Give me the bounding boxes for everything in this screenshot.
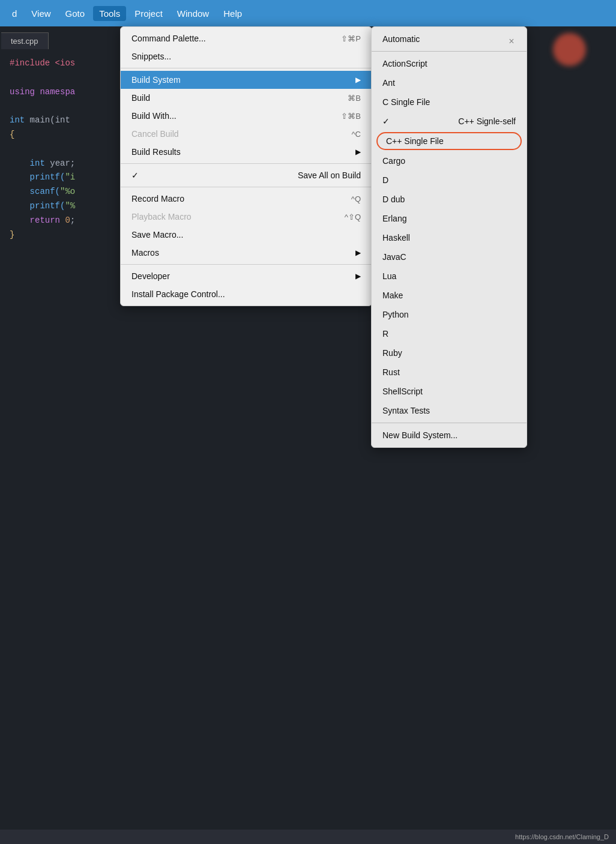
build-system-lua[interactable]: Lua xyxy=(372,267,527,286)
build-system-c-single-file[interactable]: C Single File xyxy=(372,92,527,112)
menu-cancel-build[interactable]: Cancel Build ^C xyxy=(121,125,372,143)
menu-item-label: C++ Signle-self xyxy=(458,116,516,126)
submenu-arrow-icon: ▶ xyxy=(355,148,361,156)
build-system-d-dub[interactable]: D dub xyxy=(372,190,527,209)
code-token xyxy=(10,170,30,185)
menu-developer[interactable]: Developer ▶ xyxy=(121,267,372,285)
editor-tab[interactable]: test.cpp xyxy=(1,32,49,49)
build-system-syntax-tests[interactable]: Syntax Tests xyxy=(372,401,527,420)
menu-build[interactable]: Build ⌘B xyxy=(121,89,372,107)
build-system-actionscript[interactable]: ActionScript xyxy=(372,54,527,73)
menu-playback-macro[interactable]: Playback Macro ^⇧Q xyxy=(121,208,372,226)
menu-save-all-on-build[interactable]: ✓ Save All on Build xyxy=(121,166,372,184)
code-token: printf( xyxy=(30,199,65,214)
menu-save-macro[interactable]: Save Macro... xyxy=(121,226,372,244)
tools-menu: Command Palette... ⇧⌘P Snippets... Build… xyxy=(120,26,372,306)
menu-command-palette[interactable]: Command Palette... ⇧⌘P xyxy=(121,29,372,47)
menu-item-label: C Single File xyxy=(382,97,430,107)
menu-item-view[interactable]: View xyxy=(25,6,56,21)
menu-item-window[interactable]: Window xyxy=(171,6,215,21)
menu-build-system[interactable]: Build System ▶ xyxy=(121,71,372,89)
menu-item-label: ActionScript xyxy=(382,59,427,68)
build-system-rust[interactable]: Rust xyxy=(372,363,527,382)
code-token xyxy=(10,157,30,171)
menu-item-label: Build Results xyxy=(131,147,181,157)
build-system-shellscript[interactable]: ShellScript xyxy=(372,382,527,401)
menu-separator-2 xyxy=(121,163,372,164)
menu-item-label: Command Palette... xyxy=(131,34,206,43)
code-token: int xyxy=(10,113,25,128)
build-system-d[interactable]: D xyxy=(372,170,527,190)
build-separator-2 xyxy=(372,423,527,423)
code-token: main(int xyxy=(25,113,80,128)
menu-item-label: Playback Macro xyxy=(131,212,192,222)
code-token xyxy=(60,214,65,228)
menu-item-label: Record Macro xyxy=(131,194,184,203)
menu-item-shortcut: ⌘B xyxy=(348,94,361,103)
menu-item-label: Rust xyxy=(382,367,400,377)
build-system-cargo[interactable]: Cargo xyxy=(372,151,527,170)
menu-build-with[interactable]: Build With... ⇧⌘B xyxy=(121,107,372,125)
code-token xyxy=(10,199,30,214)
menu-install-package-control[interactable]: Install Package Control... xyxy=(121,285,372,303)
menu-item-label: Build With... xyxy=(131,111,177,121)
menu-item-label: Haskell xyxy=(382,233,410,243)
menu-item-label: Save Macro... xyxy=(131,230,183,240)
build-separator-1 xyxy=(372,51,527,52)
menu-item-label: Syntax Tests xyxy=(382,406,430,415)
code-token: } xyxy=(10,228,14,243)
build-system-cpp-signle-self[interactable]: ✓ C++ Signle-self xyxy=(372,112,527,131)
submenu-arrow-icon: ▶ xyxy=(355,76,361,84)
menu-item-label: Cargo xyxy=(382,156,405,166)
build-system-new[interactable]: New Build System... xyxy=(372,426,527,445)
menu-item-label: D xyxy=(382,175,388,185)
menu-separator-4 xyxy=(121,264,372,265)
code-token: return xyxy=(30,214,60,228)
menu-macros[interactable]: Macros ▶ xyxy=(121,244,372,262)
submenu-arrow-icon: ▶ xyxy=(355,272,361,280)
menu-item-label: Make xyxy=(382,291,403,300)
menu-item-label: Build System xyxy=(131,75,181,85)
menu-item-d[interactable]: d xyxy=(6,6,23,21)
build-system-make[interactable]: Make xyxy=(372,286,527,305)
code-token: scanf( xyxy=(30,185,60,199)
menu-item-label: Ruby xyxy=(382,348,402,358)
close-button[interactable]: × xyxy=(503,33,520,50)
menu-record-macro[interactable]: Record Macro ^Q xyxy=(121,190,372,208)
menu-item-shortcut: ⇧⌘B xyxy=(341,112,361,121)
menu-item-label: Lua xyxy=(382,271,396,281)
build-system-r[interactable]: R xyxy=(372,324,527,343)
menu-item-tools[interactable]: Tools xyxy=(93,6,126,21)
menu-item-project[interactable]: Project xyxy=(128,6,169,21)
menu-item-shortcut: ⇧⌘P xyxy=(341,34,361,43)
build-system-erlang[interactable]: Erlang xyxy=(372,209,527,228)
menu-item-help[interactable]: Help xyxy=(217,6,248,21)
menu-item-goto[interactable]: Goto xyxy=(59,6,91,21)
build-system-ruby[interactable]: Ruby xyxy=(372,343,527,363)
menu-item-label: Build xyxy=(131,93,150,103)
build-system-submenu: Automatic ActionScript Ant C Single File… xyxy=(371,26,527,448)
build-system-javac[interactable]: JavaC xyxy=(372,247,527,267)
status-bar: https://blog.csdn.net/Claming_D xyxy=(0,830,616,844)
menu-separator-3 xyxy=(121,187,372,187)
code-token: #include <ios xyxy=(10,56,75,71)
build-system-cpp-single-file[interactable]: C++ Single File xyxy=(376,132,522,150)
checkmark-icon: ✓ xyxy=(382,116,390,126)
code-token xyxy=(10,214,30,228)
build-system-python[interactable]: Python xyxy=(372,305,527,324)
menu-snippets[interactable]: Snippets... xyxy=(121,47,372,65)
menu-item-label: ShellScript xyxy=(382,387,423,396)
menu-item-label: New Build System... xyxy=(382,430,457,440)
code-token: using namespa xyxy=(10,85,75,100)
build-system-haskell[interactable]: Haskell xyxy=(372,228,527,247)
menu-item-label: Ant xyxy=(382,78,395,88)
code-token: 0 xyxy=(65,214,70,228)
menu-item-shortcut: ^Q xyxy=(351,194,361,203)
status-url: https://blog.csdn.net/Claming_D xyxy=(515,833,609,840)
code-token: ; xyxy=(70,214,75,228)
build-system-ant[interactable]: Ant xyxy=(372,73,527,92)
code-token: "% xyxy=(65,199,75,214)
code-token: printf( xyxy=(30,170,65,185)
submenu-arrow-icon: ▶ xyxy=(355,249,361,257)
menu-build-results[interactable]: Build Results ▶ xyxy=(121,143,372,161)
